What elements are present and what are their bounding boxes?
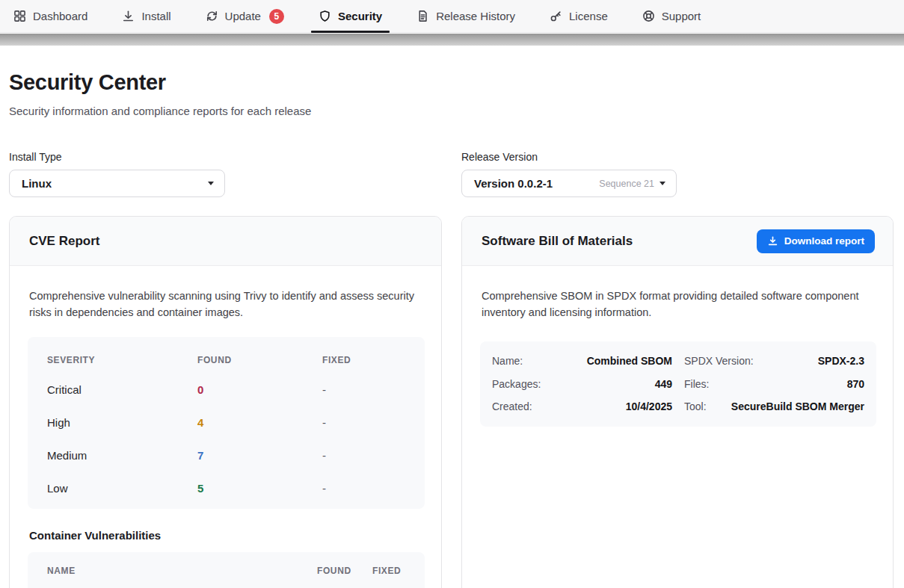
sbom-field-label: Packages: [492,378,541,390]
install-type-value: Linux [22,177,52,190]
page-subtitle: Security information and compliance repo… [9,105,311,117]
severity-found-count: 4 [197,406,322,439]
list-item: Packages: 449 [492,373,672,396]
sbom-field-value: 449 [655,378,672,390]
sbom-field-label: SPDX Version: [684,355,754,367]
release-sequence-hint: Sequence 21 [599,179,654,189]
download-icon [122,10,135,22]
sbom-field-value: 10/4/2025 [626,400,672,412]
release-version-label: Release Version [461,151,538,163]
severity-found-count: 0 [197,373,322,406]
table-row: Critical 0 - [47,373,405,406]
sbom-field-value: SPDX-2.3 [818,355,864,367]
sbom-field-label: Files: [684,378,709,390]
container-vulnerabilities-title: Container Vulnerabilities [29,529,161,542]
install-type-label: Install Type [9,151,62,163]
sbom-card: Software Bill of Materials Download repo… [461,216,894,588]
install-type-select[interactable]: Linux [9,170,225,197]
nav-tab-update[interactable]: Update 5 [206,0,284,33]
sbom-description: Comprehensive SBOM in SPDX format provid… [482,288,864,321]
sbom-header: Software Bill of Materials Download repo… [462,217,893,266]
nav-label: Dashboard [33,10,87,22]
shield-icon [319,10,331,22]
nav-tab-install[interactable]: Install [122,0,170,33]
download-report-label: Download report [784,235,864,247]
sbom-field-label: Tool: [684,400,707,412]
sbom-field-value: Combined SBOM [587,355,672,367]
sbom-info-right-column: SPDX Version: SPDX-2.3 Files: 870 Tool: … [684,350,864,418]
table-row: Medium 7 - [47,439,405,471]
found-column-header: FOUND [317,566,372,576]
cve-report-title: CVE Report [29,234,99,249]
chevron-down-icon [659,182,665,185]
document-icon [416,10,429,22]
severity-name: Critical [47,373,197,406]
nav-tab-license[interactable]: License [550,0,608,33]
dashboard-grid-icon [13,10,26,22]
refresh-icon [206,10,218,22]
download-icon [767,235,778,247]
release-version-select[interactable]: Version 0.0.2-1 Sequence 21 [461,170,677,197]
severity-fixed-count: - [322,373,405,406]
nav-label: License [569,10,608,22]
download-report-button[interactable]: Download report [757,229,875,253]
fixed-column-header: FIXED [322,355,351,365]
sbom-title: Software Bill of Materials [482,234,633,249]
list-item: SPDX Version: SPDX-2.3 [684,350,864,373]
severity-fixed-count: - [322,406,405,439]
nav-tab-security[interactable]: Security [319,0,382,33]
severity-name: Medium [47,439,197,471]
severity-found-count: 5 [197,471,322,504]
cve-report-card: CVE Report Comprehensive vulnerability s… [9,216,442,588]
severity-table: SEVERITY FOUND FIXED Critical 0 - High 4… [28,337,425,509]
list-item: Created: 10/4/2025 [492,395,672,418]
severity-table-header: SEVERITY FOUND FIXED [47,347,405,373]
name-column-header: NAME [47,566,317,576]
nav-label: Install [141,10,170,22]
sbom-field-value: 870 [847,378,864,390]
release-version-value: Version 0.0.2-1 [474,177,553,190]
nav-label: Release History [436,10,515,22]
severity-column-header: SEVERITY [47,355,95,365]
sbom-info-panel: Name: Combined SBOM Packages: 449 Create… [480,341,876,427]
nav-label: Support [662,10,701,22]
sbom-field-value: SecureBuild SBOM Merger [731,400,864,412]
table-row: Low 5 - [47,471,405,504]
page-title: Security Center [9,70,166,95]
chevron-down-icon [208,182,214,185]
cve-report-header: CVE Report [10,217,441,266]
found-column-header: FOUND [197,355,232,365]
severity-name: Low [47,471,197,504]
update-count-badge: 5 [269,9,284,24]
nav-label: Update [225,10,261,22]
cve-report-description: Comprehensive vulnerability scanning usi… [29,288,421,321]
severity-fixed-count: - [322,471,405,504]
list-item: Tool: SecureBuild SBOM Merger [684,395,864,418]
nav-tab-dashboard[interactable]: Dashboard [13,0,87,33]
nav-tab-release-history[interactable]: Release History [416,0,515,33]
security-center-page: Dashboard Install Update 5 [0,0,904,588]
sbom-info-left-column: Name: Combined SBOM Packages: 449 Create… [492,350,672,418]
table-row: High 4 - [47,406,405,439]
severity-found-count: 7 [197,439,322,471]
lifebuoy-icon [642,10,655,22]
container-vulnerabilities-table-header: NAME FOUND FIXED [28,552,425,588]
nav-tab-support[interactable]: Support [642,0,701,33]
list-item: Files: 870 [684,373,864,396]
key-icon [550,10,562,22]
sbom-field-label: Name: [492,355,523,367]
severity-fixed-count: - [322,439,405,471]
top-navbar: Dashboard Install Update 5 [0,0,904,33]
sbom-field-label: Created: [492,400,532,412]
nav-label: Security [338,10,382,22]
list-item: Name: Combined SBOM [492,350,672,373]
severity-name: High [47,406,197,439]
fixed-column-header: FIXED [372,566,405,576]
navbar-shadow [0,34,904,46]
